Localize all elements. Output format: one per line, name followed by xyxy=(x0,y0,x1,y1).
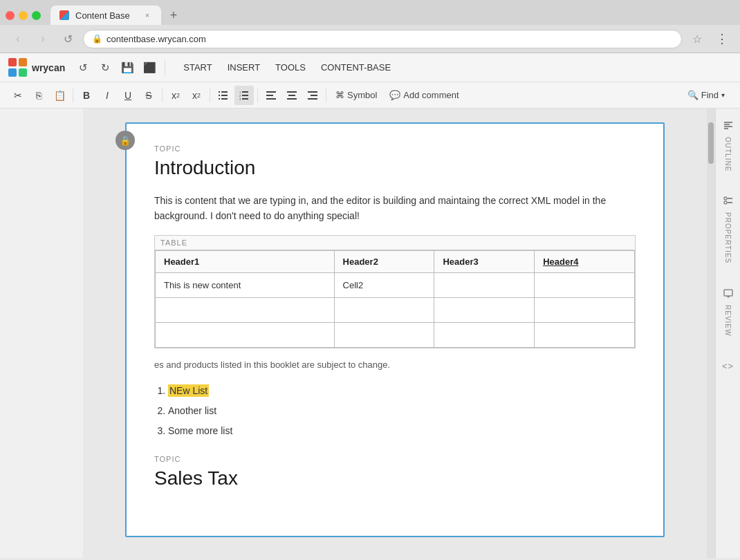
table-header-1[interactable]: Header1 xyxy=(156,250,335,272)
bookmark-button[interactable]: ☆ xyxy=(687,29,707,48)
symbol-icon: ⌘ xyxy=(335,90,344,100)
table-cell-3-2[interactable] xyxy=(334,322,434,347)
table-cell-1-2[interactable]: Cell2 xyxy=(334,272,434,297)
table-cell-2-4[interactable] xyxy=(535,297,635,322)
document: 🔒 TOPIC Introduction This is content tha… xyxy=(125,122,665,537)
properties-button[interactable]: PROPERTIES xyxy=(721,191,736,269)
table-cell-3-4[interactable] xyxy=(535,322,635,347)
scrollbar-thumb[interactable] xyxy=(708,122,714,164)
table-cell-2-2[interactable] xyxy=(334,297,434,322)
svg-rect-1 xyxy=(221,91,228,93)
forward-button[interactable]: › xyxy=(33,29,53,48)
address-bar[interactable]: 🔒 contentbase.wrycan.com xyxy=(83,30,682,48)
review-button[interactable]: REVIEW xyxy=(721,283,736,342)
close-button[interactable] xyxy=(6,11,15,20)
toolbar-divider xyxy=(165,59,165,76)
tab-close-button[interactable]: × xyxy=(142,10,153,21)
svg-rect-29 xyxy=(724,290,732,296)
svg-rect-17 xyxy=(287,98,297,100)
monitor-button[interactable]: ⬛ xyxy=(140,58,159,77)
topic2-section: TOPIC Sales Tax xyxy=(154,455,636,489)
review-icon xyxy=(723,289,733,301)
list-item-2[interactable]: Another list xyxy=(168,401,636,421)
save-button[interactable]: 💾 xyxy=(118,58,137,77)
properties-icon xyxy=(723,196,733,208)
tab-title: Content Base xyxy=(75,10,130,21)
copy-button[interactable]: ⎘ xyxy=(29,86,48,105)
logo-sq3 xyxy=(8,68,17,77)
menu-start[interactable]: START xyxy=(176,59,219,76)
doc-paragraph[interactable]: This is content that we are typing in, a… xyxy=(154,193,636,224)
logo-text: wrycan xyxy=(32,62,65,73)
app-bar: wrycan ↺ ↻ 💾 ⬛ START INSERT TOOLS CONTEN… xyxy=(0,53,740,82)
table-cell-1-1[interactable]: This is new content xyxy=(156,272,335,297)
doc-title1[interactable]: Introduction xyxy=(154,157,636,179)
redo-button[interactable]: ↻ xyxy=(95,58,115,77)
active-tab[interactable]: Content Base × xyxy=(50,6,161,25)
superscript-button[interactable]: x2 xyxy=(187,86,206,105)
undo-button[interactable]: ↺ xyxy=(73,58,93,77)
outline-button[interactable]: OUTLINE xyxy=(721,115,736,177)
svg-point-27 xyxy=(724,201,727,204)
menu-content-base[interactable]: CONTENT-BASE xyxy=(314,59,398,76)
table-header-3[interactable]: Header3 xyxy=(434,250,535,272)
svg-rect-15 xyxy=(287,91,297,93)
find-button[interactable]: 🔍 Find ▾ xyxy=(681,87,732,103)
svg-rect-20 xyxy=(308,98,317,100)
list-item-1[interactable]: NEw List xyxy=(168,381,636,401)
table-row xyxy=(156,322,635,347)
align-left-button[interactable] xyxy=(261,86,281,105)
bold-button[interactable]: B xyxy=(77,86,96,105)
table-container: TABLE Header1 Header2 Header3 Header4 Th… xyxy=(154,235,636,348)
align-center-button[interactable] xyxy=(282,86,302,105)
svg-rect-23 xyxy=(724,126,732,127)
underline-button[interactable]: U xyxy=(118,86,138,105)
table-cell-1-3[interactable] xyxy=(434,272,535,297)
code-button[interactable]: <> xyxy=(719,355,737,377)
svg-rect-14 xyxy=(266,98,276,100)
list-unordered-button[interactable] xyxy=(214,86,233,105)
table-header-2[interactable]: Header2 xyxy=(334,250,434,272)
symbol-label: Symbol xyxy=(347,90,377,100)
cut-button[interactable]: ✂ xyxy=(8,86,28,105)
list-ordered-button[interactable]: 123 xyxy=(234,86,254,105)
back-button[interactable]: ‹ xyxy=(8,29,28,48)
align-right-button[interactable] xyxy=(303,86,322,105)
reload-button[interactable]: ↺ xyxy=(58,29,77,48)
doc-title2[interactable]: Sales Tax xyxy=(154,467,636,489)
list-item-3[interactable]: Some more list xyxy=(168,421,636,441)
browser-menu-button[interactable]: ⋮ xyxy=(712,29,732,48)
menu-insert[interactable]: INSERT xyxy=(221,59,267,76)
footer-text: es and products listed in this booklet a… xyxy=(154,360,636,370)
table-cell-3-3[interactable] xyxy=(434,322,535,347)
table-cell-2-1[interactable] xyxy=(156,297,335,322)
subscript-button[interactable]: x2 xyxy=(166,86,185,105)
minimize-button[interactable] xyxy=(19,11,28,20)
scrollbar[interactable] xyxy=(707,109,715,558)
table-row: This is new content Cell2 xyxy=(156,272,635,297)
format-bar: ✂ ⎘ 📋 B I U S x2 x2 123 ⌘ Symbol 💬 Add c… xyxy=(0,82,740,109)
paste-button[interactable]: 📋 xyxy=(50,86,69,105)
menu-tools[interactable]: TOOLS xyxy=(268,59,313,76)
table-cell-1-4[interactable] xyxy=(535,272,635,297)
svg-rect-21 xyxy=(724,122,732,123)
symbol-button[interactable]: ⌘ Symbol xyxy=(330,87,382,103)
svg-rect-24 xyxy=(724,128,728,129)
maximize-button[interactable] xyxy=(32,11,41,20)
italic-button[interactable]: I xyxy=(98,86,117,105)
format-divider-4 xyxy=(257,88,258,102)
format-divider-1 xyxy=(73,88,73,102)
svg-rect-5 xyxy=(221,98,228,100)
strikethrough-button[interactable]: S xyxy=(139,86,158,105)
table-header-4[interactable]: Header4 xyxy=(535,250,635,272)
table-label: TABLE xyxy=(155,236,635,250)
table-cell-3-1[interactable] xyxy=(156,322,335,347)
new-tab-button[interactable]: + xyxy=(164,6,183,25)
find-chevron: ▾ xyxy=(721,91,725,99)
app-logo: wrycan xyxy=(8,58,65,77)
comment-button[interactable]: 💬 Add comment xyxy=(384,87,464,103)
editor-area: 🔒 TOPIC Introduction This is content tha… xyxy=(83,109,707,558)
code-icon: <> xyxy=(722,361,734,371)
svg-rect-3 xyxy=(221,95,228,96)
table-cell-2-3[interactable] xyxy=(434,297,535,322)
